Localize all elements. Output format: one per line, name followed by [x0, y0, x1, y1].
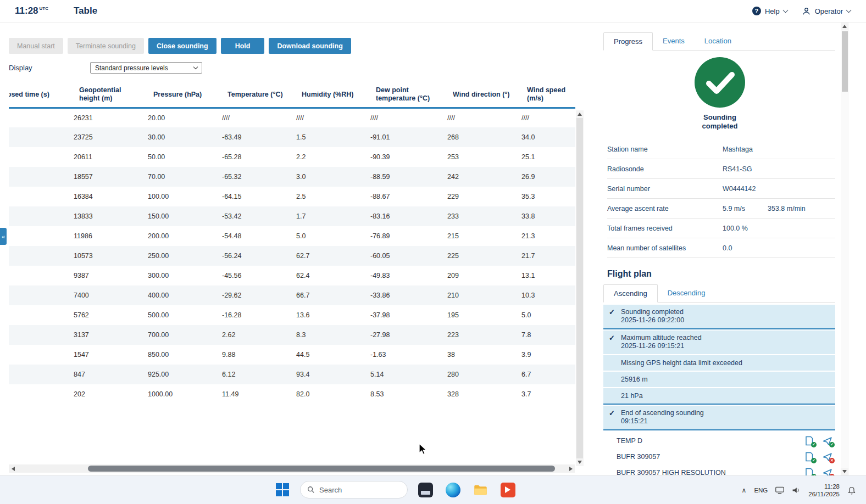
manual-start-button[interactable]: Manual start [9, 38, 63, 54]
table-row[interactable]: 1547850.009.8844.5-1.63383.9 [9, 345, 575, 365]
language-indicator[interactable]: ENG [754, 487, 768, 494]
message-send-icon[interactable]: ✕ [822, 451, 833, 462]
info-value: Mashtaga [723, 145, 768, 153]
h-scroll-thumb[interactable] [88, 466, 555, 472]
info-row: Station nameMashtaga [607, 139, 835, 159]
file-explorer-icon[interactable] [470, 480, 490, 500]
tab-location[interactable]: Location [695, 32, 741, 50]
tab-ascending[interactable]: Ascending [603, 284, 658, 303]
display-level-select[interactable]: Standard pressure levels [90, 62, 202, 74]
message-send-icon[interactable]: ✓ [822, 435, 833, 446]
message-report-icon[interactable]: ✓ [804, 435, 815, 446]
flight-plan-events: ✓ Sounding completed 2025-11-26 09:22:00… [603, 305, 835, 430]
message-report-icon[interactable]: ✓ [804, 451, 815, 462]
data-table-container: Elapsed time (s)Geopotential height (m)P… [9, 82, 576, 404]
sounding-data-table: Elapsed time (s)Geopotential height (m)P… [9, 82, 575, 404]
window-scrollbar[interactable] [841, 23, 849, 475]
check-icon: ✓ [609, 308, 621, 324]
sounding-app-icon[interactable] [498, 480, 518, 500]
table-horizontal-scrollbar[interactable] [9, 464, 575, 473]
download-sounding-button[interactable]: Download sounding [269, 38, 351, 54]
column-header: Wind direction (°) [441, 82, 515, 108]
tray-expand-icon[interactable]: ∧ [742, 486, 747, 494]
info-value: W0444142 [723, 185, 768, 193]
page-title: Table [74, 5, 97, 16]
taskbar-search-input[interactable]: Search [300, 481, 408, 499]
tab-events[interactable]: Events [653, 32, 695, 50]
scroll-up-icon[interactable] [576, 110, 584, 118]
help-button[interactable]: ? Help [752, 7, 787, 15]
scroll-down-icon[interactable] [841, 468, 848, 475]
terminate-sounding-button[interactable]: Terminate sounding [68, 38, 144, 54]
table-row[interactable]: 10573250.00-56.2462.7-60.0522521.7 [9, 246, 575, 266]
tab-progress[interactable]: Progress [603, 32, 653, 51]
windows-icon [276, 483, 289, 496]
hold-button[interactable]: Hold [221, 38, 265, 54]
scroll-right-icon[interactable] [567, 464, 575, 473]
operator-menu-button[interactable]: Operator [802, 7, 851, 16]
info-value: 100.0 % [723, 225, 768, 232]
sounding-table-area: Manual start Terminate sounding Close so… [0, 23, 591, 475]
scroll-down-icon[interactable] [576, 458, 584, 466]
notification-bell-icon[interactable] [847, 486, 856, 495]
start-button[interactable] [273, 480, 292, 500]
info-label: Average ascent rate [607, 205, 723, 212]
scroll-up-icon[interactable] [841, 23, 848, 30]
event-time: 09:15:21 [621, 417, 704, 425]
table-vertical-scrollbar[interactable] [576, 110, 584, 466]
top-bar: 11:28UTC Table ? Help Operator [0, 0, 866, 23]
table-row[interactable]: 1855770.00-65.323.0-88.5924226.9 [9, 167, 575, 187]
table-row[interactable]: 13833150.00-53.421.7-83.1623333.8 [9, 206, 575, 226]
flight-plan-title: Flight plan [607, 269, 841, 279]
table-row[interactable]: 11986200.00-54.485.0-76.8921521.3 [9, 226, 575, 246]
chevron-down-icon [846, 8, 852, 13]
flight-plan-tabs: Ascending Descending [603, 284, 835, 303]
table-row[interactable]: 16384100.00-64.152.5-88.6722935.3 [9, 187, 575, 206]
v-scroll-thumb[interactable] [576, 118, 583, 458]
chevron-down-icon [782, 8, 788, 13]
edge-browser-icon[interactable] [443, 480, 463, 500]
window-scroll-thumb[interactable] [842, 31, 848, 92]
status-text: Sounding completed [690, 113, 750, 131]
status-success-icon [695, 57, 745, 108]
table-row[interactable]: 7400400.00-29.6266.7-33.8621010.3 [9, 285, 575, 305]
table-row[interactable]: 5762500.00-16.2813.6-37.981955.0 [9, 305, 575, 325]
tab-descending[interactable]: Descending [658, 284, 715, 302]
close-sounding-button[interactable]: Close sounding [148, 38, 216, 54]
message-row: TEMP D ✓ ✓ [603, 433, 835, 449]
display-icon[interactable] [775, 486, 784, 494]
info-label: Total frames received [607, 225, 723, 232]
user-icon [802, 7, 811, 16]
table-row[interactable]: 2372530.00-63.491.5-91.0126834.0 [9, 127, 575, 147]
message-row: BUFR 309057 HIGH RESOLUTION ✓ ✕ [603, 464, 835, 475]
info-value: 353.8 m/min [768, 205, 835, 212]
collapse-panel-button[interactable]: « [0, 228, 7, 245]
event-item: ✓ Maximum altitude reached 2025-11-26 09… [603, 331, 835, 405]
table-row[interactable]: 3137700.002.628.3-27.982237.8 [9, 325, 575, 345]
table-row[interactable]: 9387300.00-45.5662.4-49.8320913.1 [9, 266, 575, 285]
panel-tabs: Progress Events Location [603, 32, 835, 51]
event-detail: Missing GPS height data limit exceeded [603, 354, 835, 371]
event-detail: 25916 m [603, 371, 835, 387]
table-row[interactable]: 2061150.00-65.282.2-90.3925325.1 [9, 147, 575, 167]
info-row: Mean number of satellites0.0 [607, 238, 835, 258]
table-row[interactable]: 847925.006.1293.45.142806.7 [9, 365, 575, 384]
app-dark-window-icon[interactable] [415, 480, 435, 500]
info-row: Serial numberW0444142 [607, 179, 835, 199]
table-row[interactable]: 2021000.0011.4982.08.533283.7 [9, 384, 575, 404]
message-label: BUFR 309057 HIGH RESOLUTION [617, 469, 726, 476]
windows-taskbar: Search ∧ ENG 11:28 26/11/2025 [0, 475, 866, 504]
volume-icon[interactable] [792, 486, 801, 494]
info-value: 5.9 m/s [723, 205, 768, 212]
scroll-left-icon[interactable] [9, 464, 17, 473]
help-icon: ? [752, 7, 761, 15]
table-row[interactable]: 2623120.00//////////////////// [9, 108, 575, 127]
message-send-icon[interactable]: ✕ [822, 467, 833, 476]
event-item: ✓ End of ascending sounding 09:15:21 [603, 406, 835, 430]
column-header: Dew point temperature (°C) [364, 82, 441, 108]
check-icon: ✓ [609, 409, 621, 425]
event-detail: 21 hPa [603, 387, 835, 404]
taskbar-clock[interactable]: 11:28 26/11/2025 [808, 483, 840, 498]
message-report-icon[interactable]: ✓ [804, 467, 815, 476]
chevron-down-icon [193, 65, 198, 69]
